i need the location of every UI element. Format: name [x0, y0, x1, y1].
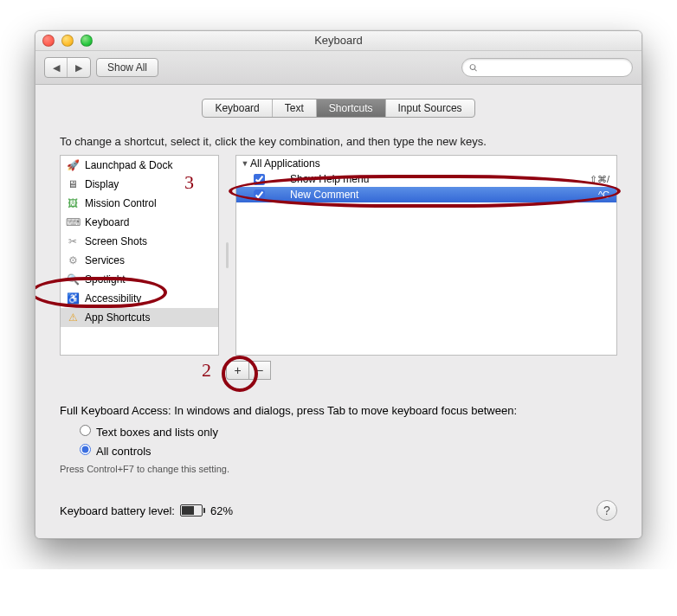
category-mission-control[interactable]: 🖼Mission Control	[61, 194, 218, 213]
category-label: Accessibility	[85, 292, 141, 305]
gear-icon: ⚙	[66, 253, 80, 267]
disclosure-triangle-icon[interactable]: ▼	[240, 159, 250, 168]
category-label: Launchpad & Dock	[85, 159, 172, 171]
titlebar: Keyboard	[35, 31, 642, 51]
zoom-icon[interactable]	[81, 35, 93, 47]
accessibility-icon: ♿	[66, 292, 80, 305]
shortcut-row[interactable]: Show Help menu⇧⌘/	[236, 171, 616, 187]
fka-note: Press Control+F7 to change this setting.	[60, 464, 617, 474]
spotlight-icon: 🔍	[66, 273, 80, 286]
add-remove-buttons: + − 2	[226, 361, 617, 380]
nav-seg: ◀ ▶	[44, 57, 91, 78]
shortcut-group[interactable]: ▼All Applications	[236, 156, 616, 171]
preferences-window: Keyboard ◀ ▶ Show All KeyboardTextShortc…	[35, 30, 642, 539]
annotation-number-2: 2	[202, 359, 211, 382]
forward-button[interactable]: ▶	[68, 58, 90, 77]
footer: Keyboard battery level: 62% ?	[60, 500, 617, 521]
window-controls	[42, 35, 93, 47]
display-icon: 🖥	[66, 177, 80, 191]
camera-icon: ✂	[66, 234, 80, 248]
category-keyboard[interactable]: ⌨Keyboard	[61, 213, 218, 232]
instruction-text: To change a shortcut, select it, click t…	[60, 135, 617, 148]
fka-radio-1[interactable]	[80, 425, 91, 436]
category-screen-shots[interactable]: ✂Screen Shots	[61, 232, 218, 251]
shortcut-list[interactable]: ▼All ApplicationsShow Help menu⇧⌘/New Co…	[235, 155, 617, 356]
launchpad-icon: 🚀	[66, 158, 80, 172]
fka-radios: Text boxes and lists only All controls	[75, 422, 617, 460]
fka-label: Full Keyboard Access: In windows and dia…	[60, 404, 617, 417]
shortcut-keys[interactable]: ⇧⌘/	[590, 174, 609, 185]
tabs: KeyboardTextShortcutsInput Sources	[60, 99, 617, 118]
remove-button[interactable]: −	[248, 361, 271, 380]
splitter[interactable]	[226, 155, 229, 356]
category-label: Screen Shots	[85, 235, 147, 247]
panes: 🚀Launchpad & Dock🖥Display🖼Mission Contro…	[60, 155, 617, 356]
category-spotlight[interactable]: 🔍Spotlight	[61, 270, 218, 289]
shortcut-row[interactable]: New Comment^C	[236, 187, 616, 202]
category-list[interactable]: 🚀Launchpad & Dock🖥Display🖼Mission Contro…	[60, 155, 219, 356]
close-icon[interactable]	[42, 35, 55, 47]
group-label: All Applications	[250, 157, 609, 170]
mission-control-icon: 🖼	[66, 196, 80, 210]
shortcut-label: New Comment	[264, 189, 598, 201]
category-accessibility[interactable]: ♿Accessibility	[61, 289, 218, 308]
tab-shortcuts[interactable]: Shortcuts	[317, 99, 386, 117]
app-shortcuts-icon: ⚠	[66, 311, 80, 324]
add-button[interactable]: +	[226, 361, 248, 380]
category-label: Keyboard	[85, 216, 129, 228]
category-services[interactable]: ⚙Services	[61, 251, 218, 270]
fka-radio-2[interactable]	[80, 444, 91, 455]
category-label: Mission Control	[85, 197, 157, 209]
category-label: Display	[85, 178, 119, 190]
category-label: Spotlight	[85, 273, 126, 286]
battery-icon	[180, 504, 205, 517]
search-input[interactable]	[481, 61, 625, 74]
fka-opt1[interactable]: Text boxes and lists only	[75, 422, 617, 441]
help-button[interactable]: ?	[596, 500, 617, 521]
category-display[interactable]: 🖥Display	[61, 175, 218, 194]
battery-percent: 62%	[210, 504, 233, 517]
tab-text[interactable]: Text	[273, 99, 317, 117]
fka-opt2[interactable]: All controls	[75, 441, 617, 460]
tab-input-sources[interactable]: Input Sources	[386, 99, 474, 117]
category-app-shortcuts[interactable]: ⚠App Shortcuts	[61, 308, 218, 327]
content: KeyboardTextShortcutsInput Sources To ch…	[35, 85, 642, 538]
minimize-icon[interactable]	[61, 35, 74, 47]
tab-keyboard[interactable]: Keyboard	[203, 99, 272, 117]
category-launchpad-dock[interactable]: 🚀Launchpad & Dock	[61, 156, 218, 175]
category-label: Services	[85, 254, 125, 266]
search-icon	[469, 63, 478, 73]
category-label: App Shortcuts	[85, 311, 150, 324]
toolbar: ◀ ▶ Show All	[35, 51, 642, 85]
shortcut-keys[interactable]: ^C	[598, 189, 609, 200]
keyboard-icon: ⌨	[66, 215, 80, 229]
shortcut-label: Show Help menu	[264, 173, 590, 185]
window-title: Keyboard	[314, 34, 363, 47]
back-button[interactable]: ◀	[45, 58, 68, 77]
search-field[interactable]	[461, 58, 633, 77]
show-all-button[interactable]: Show All	[96, 58, 158, 77]
battery-label: Keyboard battery level:	[60, 504, 175, 517]
